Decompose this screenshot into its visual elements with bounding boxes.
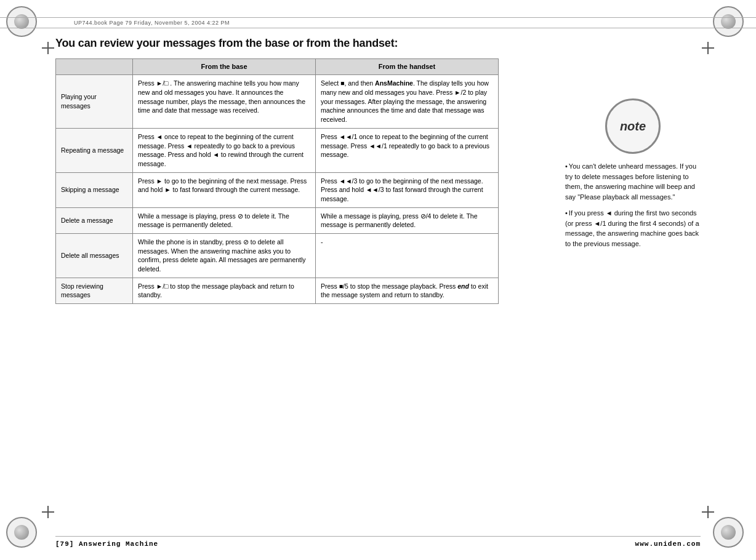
crosshair-bl	[42, 506, 54, 518]
row-label-3: Delete a message	[56, 207, 133, 233]
instruction-table: From the base From the handset Playing y…	[55, 58, 499, 304]
header-text: UP744.book Page 79 Friday, November 5, 2…	[74, 20, 230, 26]
note-box: note You can't delete unheard messages. …	[565, 98, 701, 255]
col-header-label	[56, 59, 133, 75]
row-handset-3: While a message is playing, press ⊘/4 to…	[316, 207, 499, 233]
header-bar: UP744.book Page 79 Friday, November 5, 2…	[0, 17, 756, 28]
crosshair-tl	[42, 42, 54, 54]
corner-decoration-bl	[6, 517, 43, 554]
row-label-5: Stop reviewing messages	[56, 278, 133, 303]
crosshair-tr	[702, 42, 714, 54]
row-base-0: Press ►/□ . The answering machine tells …	[133, 75, 316, 128]
note-bullet: If you press ◄ during the first two seco…	[565, 208, 701, 249]
note-circle-text: note	[620, 119, 646, 134]
footer-left: [79] Answering Machine	[55, 540, 158, 548]
table-row: Repeating a messagePress ◄ once to repea…	[56, 128, 499, 172]
row-handset-5: Press ■/5 to stop the message playback. …	[316, 278, 499, 303]
footer-right: www.uniden.com	[635, 540, 701, 548]
row-label-0: Playing your messages	[56, 75, 133, 128]
row-handset-0: Select ■, and then AnsMachine. The displ…	[316, 75, 499, 128]
row-handset-2: Press ◄◄/3 to go to the beginning of the…	[316, 172, 499, 207]
row-base-5: Press ►/□ to stop the message playback a…	[133, 278, 316, 303]
row-label-4: Delete all messages	[56, 234, 133, 278]
note-circle: note	[605, 98, 661, 154]
table-row: Playing your messagesPress ►/□ . The ans…	[56, 75, 499, 128]
note-bullet: You can't delete unheard messages. If yo…	[565, 161, 701, 202]
row-handset-1: Press ◄◄/1 once to repeat to the beginni…	[316, 128, 499, 172]
table-row: Stop reviewing messagesPress ►/□ to stop…	[56, 278, 499, 303]
crosshair-br	[702, 506, 714, 518]
table-row: Delete all messagesWhile the phone is in…	[56, 234, 499, 278]
col-header-base: From the base	[133, 59, 316, 75]
row-base-3: While a message is playing, press ⊘ to d…	[133, 207, 316, 233]
row-handset-4: -	[316, 234, 499, 278]
row-base-4: While the phone is in standby, press ⊘ t…	[133, 234, 316, 278]
row-label-1: Repeating a message	[56, 128, 133, 172]
main-content: You can review your messages from the ba…	[55, 37, 701, 523]
page-heading: You can review your messages from the ba…	[55, 37, 701, 50]
row-label-2: Skipping a message	[56, 172, 133, 207]
row-base-2: Press ► to go to the beginning of the ne…	[133, 172, 316, 207]
col-header-handset: From the handset	[316, 59, 499, 75]
note-content: You can't delete unheard messages. If yo…	[565, 161, 701, 249]
corner-decoration-br	[713, 517, 750, 554]
footer: [79] Answering Machine www.uniden.com	[55, 536, 701, 548]
table-row: Skipping a messagePress ► to go to the b…	[56, 172, 499, 207]
row-base-1: Press ◄ once to repeat to the beginning …	[133, 128, 316, 172]
table-row: Delete a messageWhile a message is playi…	[56, 207, 499, 233]
